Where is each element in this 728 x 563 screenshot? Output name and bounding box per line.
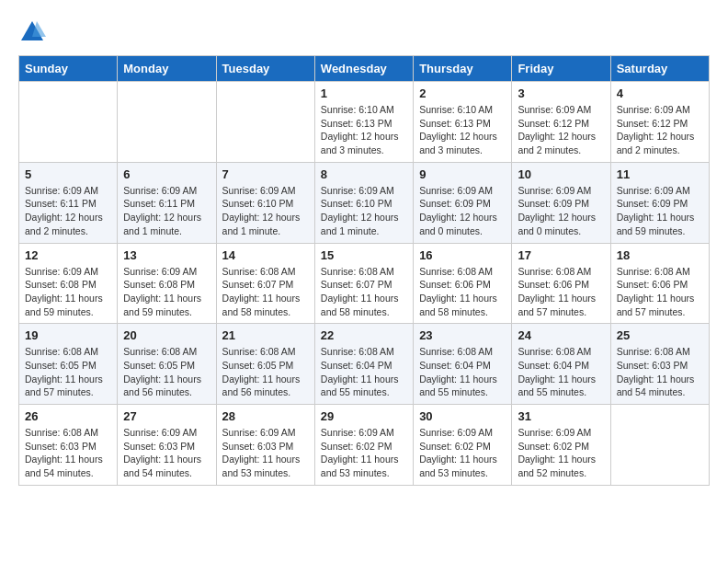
day-number: 17 <box>518 248 604 262</box>
calendar-cell: 16Sunrise: 6:08 AMSunset: 6:06 PMDayligh… <box>414 243 512 324</box>
calendar-cell: 12Sunrise: 6:09 AMSunset: 6:08 PMDayligh… <box>19 243 118 324</box>
weekday-header-tuesday: Tuesday <box>216 56 314 82</box>
day-number: 24 <box>518 328 604 342</box>
day-number: 5 <box>25 167 111 181</box>
day-number: 22 <box>321 328 407 342</box>
calendar-cell: 5Sunrise: 6:09 AMSunset: 6:11 PMDaylight… <box>19 162 118 243</box>
day-info: Sunrise: 6:09 AMSunset: 6:09 PMDaylight:… <box>617 184 703 238</box>
day-number: 4 <box>617 86 703 100</box>
weekday-header-friday: Friday <box>512 56 610 82</box>
day-info: Sunrise: 6:09 AMSunset: 6:08 PMDaylight:… <box>123 265 210 319</box>
page-header <box>18 18 710 46</box>
day-number: 11 <box>617 167 703 181</box>
day-number: 9 <box>419 167 506 181</box>
day-number: 2 <box>419 86 506 100</box>
calendar-week-4: 19Sunrise: 6:08 AMSunset: 6:05 PMDayligh… <box>19 324 710 405</box>
calendar-cell: 6Sunrise: 6:09 AMSunset: 6:11 PMDaylight… <box>118 162 216 243</box>
calendar-cell: 23Sunrise: 6:08 AMSunset: 6:04 PMDayligh… <box>414 324 512 405</box>
day-info: Sunrise: 6:08 AMSunset: 6:06 PMDaylight:… <box>518 265 604 319</box>
day-info: Sunrise: 6:09 AMSunset: 6:02 PMDaylight:… <box>518 426 604 480</box>
calendar-cell: 14Sunrise: 6:08 AMSunset: 6:07 PMDayligh… <box>216 243 314 324</box>
day-number: 13 <box>123 248 210 262</box>
day-number: 20 <box>123 328 210 342</box>
day-number: 14 <box>222 248 309 262</box>
day-info: Sunrise: 6:08 AMSunset: 6:06 PMDaylight:… <box>617 265 703 319</box>
day-info: Sunrise: 6:09 AMSunset: 6:12 PMDaylight:… <box>518 103 604 157</box>
calendar-cell: 1Sunrise: 6:10 AMSunset: 6:13 PMDaylight… <box>314 82 413 163</box>
calendar-cell: 27Sunrise: 6:09 AMSunset: 6:03 PMDayligh… <box>118 405 216 486</box>
calendar-week-5: 26Sunrise: 6:08 AMSunset: 6:03 PMDayligh… <box>19 405 710 486</box>
calendar-header: SundayMondayTuesdayWednesdayThursdayFrid… <box>19 56 710 82</box>
calendar-cell: 22Sunrise: 6:08 AMSunset: 6:04 PMDayligh… <box>314 324 413 405</box>
calendar-cell: 31Sunrise: 6:09 AMSunset: 6:02 PMDayligh… <box>512 405 610 486</box>
calendar-cell: 7Sunrise: 6:09 AMSunset: 6:10 PMDaylight… <box>216 162 314 243</box>
weekday-header-thursday: Thursday <box>414 56 512 82</box>
day-number: 31 <box>518 409 604 423</box>
day-number: 21 <box>222 328 309 342</box>
calendar-cell: 24Sunrise: 6:08 AMSunset: 6:04 PMDayligh… <box>512 324 610 405</box>
calendar-table: SundayMondayTuesdayWednesdayThursdayFrid… <box>18 55 710 486</box>
calendar-cell: 4Sunrise: 6:09 AMSunset: 6:12 PMDaylight… <box>610 82 709 163</box>
day-info: Sunrise: 6:08 AMSunset: 6:06 PMDaylight:… <box>419 265 506 319</box>
day-info: Sunrise: 6:09 AMSunset: 6:10 PMDaylight:… <box>321 184 407 238</box>
calendar-cell <box>610 405 709 486</box>
day-info: Sunrise: 6:08 AMSunset: 6:03 PMDaylight:… <box>25 426 111 480</box>
calendar-cell <box>118 82 216 163</box>
day-number: 27 <box>123 409 210 423</box>
logo <box>18 18 50 46</box>
day-number: 8 <box>321 167 407 181</box>
day-number: 26 <box>25 409 111 423</box>
day-number: 25 <box>617 328 703 342</box>
calendar-cell: 11Sunrise: 6:09 AMSunset: 6:09 PMDayligh… <box>610 162 709 243</box>
day-number: 7 <box>222 167 309 181</box>
day-info: Sunrise: 6:10 AMSunset: 6:13 PMDaylight:… <box>419 103 506 157</box>
calendar-cell: 21Sunrise: 6:08 AMSunset: 6:05 PMDayligh… <box>216 324 314 405</box>
day-number: 6 <box>123 167 210 181</box>
day-number: 30 <box>419 409 506 423</box>
day-info: Sunrise: 6:09 AMSunset: 6:02 PMDaylight:… <box>419 426 506 480</box>
calendar-cell: 28Sunrise: 6:09 AMSunset: 6:03 PMDayligh… <box>216 405 314 486</box>
calendar-cell: 10Sunrise: 6:09 AMSunset: 6:09 PMDayligh… <box>512 162 610 243</box>
calendar-cell <box>19 82 118 163</box>
day-number: 10 <box>518 167 604 181</box>
day-info: Sunrise: 6:09 AMSunset: 6:09 PMDaylight:… <box>518 184 604 238</box>
calendar-cell: 20Sunrise: 6:08 AMSunset: 6:05 PMDayligh… <box>118 324 216 405</box>
calendar-cell: 2Sunrise: 6:10 AMSunset: 6:13 PMDaylight… <box>414 82 512 163</box>
day-info: Sunrise: 6:08 AMSunset: 6:05 PMDaylight:… <box>123 345 210 399</box>
day-number: 1 <box>321 86 407 100</box>
day-info: Sunrise: 6:09 AMSunset: 6:08 PMDaylight:… <box>25 265 111 319</box>
calendar-cell: 3Sunrise: 6:09 AMSunset: 6:12 PMDaylight… <box>512 82 610 163</box>
day-number: 29 <box>321 409 407 423</box>
calendar-cell: 25Sunrise: 6:08 AMSunset: 6:03 PMDayligh… <box>610 324 709 405</box>
day-info: Sunrise: 6:08 AMSunset: 6:05 PMDaylight:… <box>222 345 309 399</box>
weekday-header-row: SundayMondayTuesdayWednesdayThursdayFrid… <box>19 56 710 82</box>
day-number: 28 <box>222 409 309 423</box>
day-info: Sunrise: 6:09 AMSunset: 6:03 PMDaylight:… <box>123 426 210 480</box>
day-number: 3 <box>518 86 604 100</box>
calendar-cell: 8Sunrise: 6:09 AMSunset: 6:10 PMDaylight… <box>314 162 413 243</box>
day-info: Sunrise: 6:09 AMSunset: 6:11 PMDaylight:… <box>123 184 210 238</box>
day-number: 23 <box>419 328 506 342</box>
day-info: Sunrise: 6:09 AMSunset: 6:03 PMDaylight:… <box>222 426 309 480</box>
day-info: Sunrise: 6:08 AMSunset: 6:04 PMDaylight:… <box>419 345 506 399</box>
day-info: Sunrise: 6:08 AMSunset: 6:04 PMDaylight:… <box>321 345 407 399</box>
calendar-cell: 18Sunrise: 6:08 AMSunset: 6:06 PMDayligh… <box>610 243 709 324</box>
day-info: Sunrise: 6:08 AMSunset: 6:05 PMDaylight:… <box>25 345 111 399</box>
calendar-cell: 30Sunrise: 6:09 AMSunset: 6:02 PMDayligh… <box>414 405 512 486</box>
day-number: 18 <box>617 248 703 262</box>
calendar-cell: 29Sunrise: 6:09 AMSunset: 6:02 PMDayligh… <box>314 405 413 486</box>
day-info: Sunrise: 6:10 AMSunset: 6:13 PMDaylight:… <box>321 103 407 157</box>
day-info: Sunrise: 6:09 AMSunset: 6:12 PMDaylight:… <box>617 103 703 157</box>
weekday-header-sunday: Sunday <box>19 56 118 82</box>
day-info: Sunrise: 6:09 AMSunset: 6:09 PMDaylight:… <box>419 184 506 238</box>
day-info: Sunrise: 6:08 AMSunset: 6:07 PMDaylight:… <box>321 265 407 319</box>
calendar-cell: 19Sunrise: 6:08 AMSunset: 6:05 PMDayligh… <box>19 324 118 405</box>
calendar-body: 1Sunrise: 6:10 AMSunset: 6:13 PMDaylight… <box>19 82 710 486</box>
day-info: Sunrise: 6:09 AMSunset: 6:02 PMDaylight:… <box>321 426 407 480</box>
day-info: Sunrise: 6:08 AMSunset: 6:04 PMDaylight:… <box>518 345 604 399</box>
calendar-cell: 13Sunrise: 6:09 AMSunset: 6:08 PMDayligh… <box>118 243 216 324</box>
weekday-header-saturday: Saturday <box>610 56 709 82</box>
day-info: Sunrise: 6:08 AMSunset: 6:03 PMDaylight:… <box>617 345 703 399</box>
day-number: 16 <box>419 248 506 262</box>
calendar-week-3: 12Sunrise: 6:09 AMSunset: 6:08 PMDayligh… <box>19 243 710 324</box>
